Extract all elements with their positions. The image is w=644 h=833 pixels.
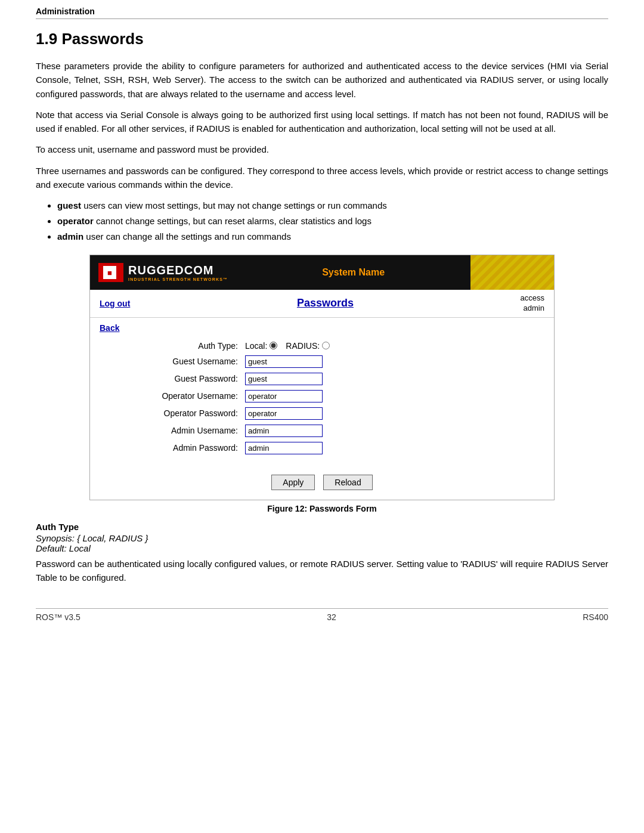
section-number: 1.9 bbox=[36, 30, 57, 48]
operator-password-field bbox=[245, 407, 323, 420]
auth-type-field: Local: RADIUS: bbox=[245, 341, 330, 351]
admin-username-field bbox=[245, 425, 323, 437]
logo-sub-text: INDUSTRIAL STRENGTH NETWORKS™ bbox=[128, 277, 228, 281]
logout-link[interactable]: Log out bbox=[100, 299, 130, 308]
guest-password-input[interactable] bbox=[245, 373, 323, 385]
back-link[interactable]: Back bbox=[100, 323, 119, 333]
auth-type-description: Password can be authenticated using loca… bbox=[36, 557, 608, 585]
auth-radius-label[interactable]: RADIUS: bbox=[286, 341, 330, 351]
device-header-bar: ■ RUGGEDCOM INDUSTRIAL STRENGTH NETWORKS… bbox=[90, 255, 554, 290]
guest-password-field bbox=[245, 373, 323, 385]
admin-username-label: Admin Username: bbox=[138, 426, 245, 435]
admin-password-label: Admin Password: bbox=[138, 443, 245, 453]
page-footer: ROS™ v3.5 32 RS400 bbox=[36, 608, 608, 622]
guest-password-label: Guest Password: bbox=[138, 374, 245, 383]
list-item: admin user can change all the settings a… bbox=[57, 230, 608, 244]
default-text: Default: Local bbox=[36, 543, 608, 553]
reload-button[interactable]: Reload bbox=[323, 475, 372, 490]
section-title: Passwords bbox=[61, 30, 143, 48]
footer-center: 32 bbox=[327, 612, 336, 622]
admin-password-field bbox=[245, 442, 323, 454]
operator-password-input[interactable] bbox=[245, 407, 323, 420]
auth-radius-radio[interactable] bbox=[322, 342, 330, 349]
access-info: access admin bbox=[521, 293, 544, 314]
body-para3: To access unit, username and password mu… bbox=[36, 143, 608, 156]
guest-username-field bbox=[245, 355, 323, 368]
body-para4: Three usernames and passwords can be con… bbox=[36, 164, 608, 192]
operator-username-field bbox=[245, 390, 323, 402]
body-para2: Note that access via Serial Console is a… bbox=[36, 108, 608, 136]
auth-type-label: Auth Type: bbox=[138, 341, 245, 351]
logo-text-group: RUGGEDCOM INDUSTRIAL STRENGTH NETWORKS™ bbox=[128, 264, 228, 281]
list-item: operator cannot change settings, but can… bbox=[57, 214, 608, 228]
device-figure: ■ RUGGEDCOM INDUSTRIAL STRENGTH NETWORKS… bbox=[89, 255, 555, 500]
operator-username-input[interactable] bbox=[245, 390, 323, 402]
footer-right: RS400 bbox=[583, 612, 608, 622]
admin-password-row: Admin Password: bbox=[138, 442, 536, 454]
auth-local-radio[interactable] bbox=[270, 342, 277, 349]
operator-username-row: Operator Username: bbox=[138, 390, 536, 402]
form-buttons: Apply Reload bbox=[90, 469, 554, 500]
operator-password-row: Operator Password: bbox=[138, 407, 536, 420]
synopsis-text: Synopsis: { Local, RADIUS } bbox=[36, 533, 608, 543]
logo-main-text: RUGGEDCOM bbox=[128, 264, 228, 277]
operator-username-label: Operator Username: bbox=[138, 391, 245, 401]
body-para1: These parameters provide the ability to … bbox=[36, 59, 608, 101]
admin-password-input[interactable] bbox=[245, 442, 323, 454]
guest-username-input[interactable] bbox=[245, 355, 323, 368]
system-name-label: System Name bbox=[236, 267, 470, 278]
apply-button[interactable]: Apply bbox=[271, 475, 315, 490]
feature-list: guest users can view most settings, but … bbox=[57, 199, 608, 244]
page-header: Administration bbox=[36, 0, 608, 19]
admin-username-row: Admin Username: bbox=[138, 425, 536, 437]
logo-area: ■ RUGGEDCOM INDUSTRIAL STRENGTH NETWORKS… bbox=[90, 258, 236, 287]
section-heading: 1.9 Passwords bbox=[36, 30, 608, 48]
decorative-stripe bbox=[470, 255, 554, 290]
passwords-form: Auth Type: Local: RADIUS: Guest Username… bbox=[90, 335, 554, 469]
auth-local-label[interactable]: Local: bbox=[245, 341, 277, 351]
list-item: guest users can view most settings, but … bbox=[57, 199, 608, 213]
guest-password-row: Guest Password: bbox=[138, 373, 536, 385]
device-nav-bar: Log out Passwords access admin bbox=[90, 290, 554, 318]
guest-username-row: Guest Username: bbox=[138, 355, 536, 368]
logo-box: ■ bbox=[98, 263, 123, 282]
logo-icon: ■ bbox=[103, 266, 116, 279]
header-section-label: Administration bbox=[36, 7, 95, 16]
auth-type-row: Auth Type: Local: RADIUS: bbox=[138, 341, 536, 351]
admin-username-input[interactable] bbox=[245, 425, 323, 437]
nav-page-title: Passwords bbox=[130, 297, 520, 309]
operator-password-label: Operator Password: bbox=[138, 408, 245, 418]
guest-username-label: Guest Username: bbox=[138, 357, 245, 366]
back-row: Back bbox=[90, 318, 554, 335]
figure-caption: Figure 12: Passwords Form bbox=[36, 504, 608, 513]
auth-type-section: Auth Type Synopsis: { Local, RADIUS } De… bbox=[36, 522, 608, 585]
access-label: access bbox=[521, 293, 544, 302]
footer-left: ROS™ v3.5 bbox=[36, 612, 80, 622]
access-value: admin bbox=[524, 304, 544, 312]
auth-type-heading: Auth Type bbox=[36, 522, 608, 532]
